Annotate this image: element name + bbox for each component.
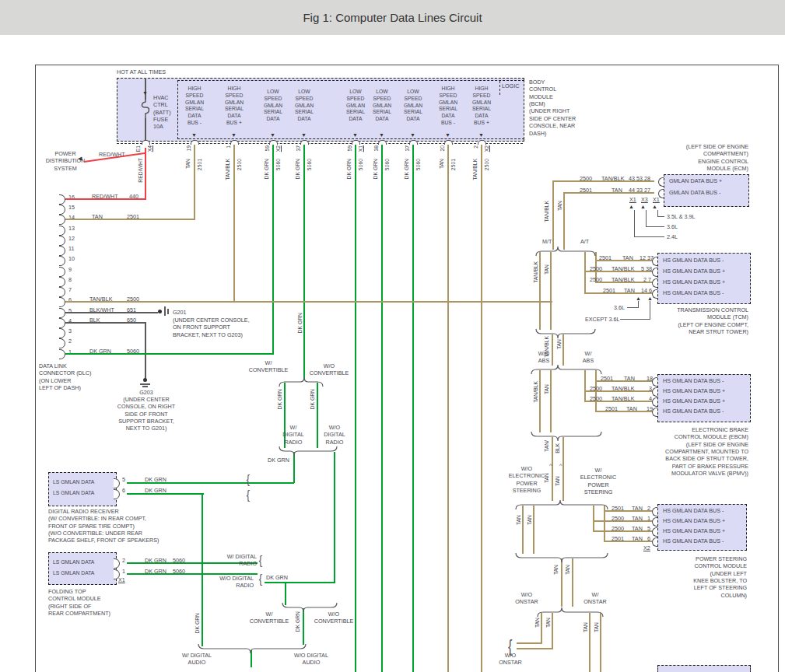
w-abs-label: W/ ABS <box>577 350 599 365</box>
brace-eps-split <box>515 499 608 513</box>
dlc-pin-number: 2 <box>68 338 72 345</box>
wire-dkgrn-5060 <box>303 145 305 379</box>
bus-label: HS GMLAN DATA BUS + <box>663 397 725 404</box>
pin-bump <box>652 257 657 266</box>
splice-chevron: ^ <box>559 462 562 469</box>
arrow-down-icon: ▼ <box>478 132 484 138</box>
arrow-down-icon: ▼ <box>410 132 415 138</box>
wire-label: TAN <box>632 515 643 522</box>
bcm-conn: X1 <box>359 145 364 152</box>
ckt-label: 440 <box>129 193 138 200</box>
logic-label: LOGIC <box>502 82 519 89</box>
wire-label: TAN <box>555 476 561 486</box>
wire-label: TAN <box>632 535 643 542</box>
wire-label: DK GRN <box>145 487 166 494</box>
pin-bump <box>142 140 150 145</box>
ckt-label: 2500 <box>612 525 624 532</box>
ckt-label: 2501 <box>605 405 618 412</box>
arrow-down-icon: ▼ <box>191 132 197 138</box>
brace-radio-split <box>279 445 338 459</box>
ls-gmlan-row: LS GMLAN DATA <box>53 570 94 577</box>
ls-gmlan-row: LS GMLAN DATA <box>53 479 94 486</box>
pin-label: 1 <box>122 568 125 575</box>
wire-woabs-2 <box>550 370 552 432</box>
dlc-pin-number: 1 <box>68 348 72 355</box>
wire-label: BLK <box>89 317 100 324</box>
wire-blk-to-g203 <box>145 322 146 380</box>
wire-label: TAN/BLK <box>534 381 539 403</box>
wire-radio-wo <box>334 452 335 583</box>
wire-woeps-2 <box>533 506 534 554</box>
bus-label: HS GMLAN DATA BUS - <box>663 408 724 415</box>
ckt-label: 651 <box>127 306 136 313</box>
ckt-label: 5060 <box>359 159 364 170</box>
variant-line <box>634 236 664 237</box>
wire-trunk-tan2 <box>572 558 573 607</box>
ckt-label: 2501 <box>603 287 615 294</box>
wire-label: RED/WHT <box>138 158 144 183</box>
arrow-left-icon: ◀ <box>78 156 82 162</box>
wire-label: TAN/BLK <box>612 385 634 392</box>
dlc-pin-number: 9 <box>68 266 72 273</box>
wire-label: TAN/BLK <box>612 276 634 283</box>
brace-pscm-merge <box>515 551 608 565</box>
brace-audio-merge <box>198 642 307 656</box>
pin-bump <box>652 527 657 537</box>
pin-bump <box>658 177 664 187</box>
bcm-pin: 2 <box>474 145 479 149</box>
wire-label: TAN <box>622 254 633 261</box>
wire-ebcm-row4 <box>595 411 654 412</box>
wire-label: TAN/BLK <box>612 395 634 402</box>
arrow-down-icon: ▼ <box>379 132 384 138</box>
wire-label: DK GRN <box>347 159 352 179</box>
arrow-down-icon: ▼ <box>445 132 450 138</box>
ckt-label: 2500 <box>590 385 602 392</box>
bus-label: HS GMLAN DATA BUS + <box>663 268 725 275</box>
pin-bump <box>652 537 657 547</box>
variant-line <box>646 210 647 226</box>
wire-label: TAN <box>186 159 191 169</box>
wire-label: TAN <box>545 264 550 275</box>
ls-gmlan-row: LS GMLAN DATA <box>53 559 94 566</box>
brace-tcm-merge <box>535 327 596 341</box>
brace-abs-split <box>531 363 602 377</box>
ground-g203-icon <box>143 378 147 382</box>
ckt-label: 2501 <box>198 159 203 170</box>
fuse-icon <box>139 98 152 118</box>
bcm-col-label: HIGH SPEED GMLAN SERIAL DATA BUS + <box>464 86 499 127</box>
dlc-pin-number: 10 <box>68 255 75 262</box>
pin-bump <box>652 278 657 288</box>
wire-redwht <box>145 148 146 198</box>
wire-wo-onstar-elbow1 <box>517 642 542 644</box>
ckt-label: 2500 <box>590 265 602 272</box>
bus-label: HS GMLAN DATA BUS - <box>663 289 724 296</box>
bcm-pin: 1 <box>226 145 232 149</box>
bcm-pin: 38 <box>374 145 380 152</box>
arrow-down-icon: ▼ <box>142 90 148 96</box>
pin-label: 2 <box>122 557 125 564</box>
conn-label: X1 <box>653 196 660 203</box>
ckt-label: 2500 <box>237 159 243 170</box>
folding-location: FOLDING TOP CONTROL MODULE (RIGHT SIDE O… <box>48 588 110 617</box>
brace-convertible2-merge <box>282 601 338 615</box>
dlc-pin-number: 16 <box>68 194 75 201</box>
ckt-label: 2501 <box>612 505 624 512</box>
bus-label: HS GMLAN DATA BUS + <box>663 387 725 394</box>
bus-label: HS GMLAN DATA BUS - <box>663 257 724 264</box>
wire-label: TAN <box>440 159 445 169</box>
wire-label: TAN/BLK <box>89 296 112 303</box>
variant-line <box>657 216 664 217</box>
engine-variant: 3.5L & 3.9L <box>667 213 696 220</box>
wire-label: TAN <box>624 375 635 382</box>
wire-label: TAN <box>632 525 643 532</box>
brace-ebcm-merge <box>531 430 602 444</box>
figure-title: Fig 1: Computer Data Lines Circuit <box>303 11 482 24</box>
wire-dkgrn-5060 <box>412 145 414 672</box>
dlc-pin-number: 3 <box>68 327 72 334</box>
g203-location: (UNDER CENTER CONSOLE, ON RIGHT SIDE OF … <box>107 396 185 432</box>
wire-w-onstar-2 <box>600 613 601 672</box>
pin-label: 5 38 <box>641 265 652 272</box>
wo-onstar-label: W/O ONSTAR <box>507 591 546 606</box>
pin-bump <box>652 507 657 516</box>
bcm-col-label: HIGH SPEED GMLAN SERIAL DATA BUS + <box>216 86 252 127</box>
